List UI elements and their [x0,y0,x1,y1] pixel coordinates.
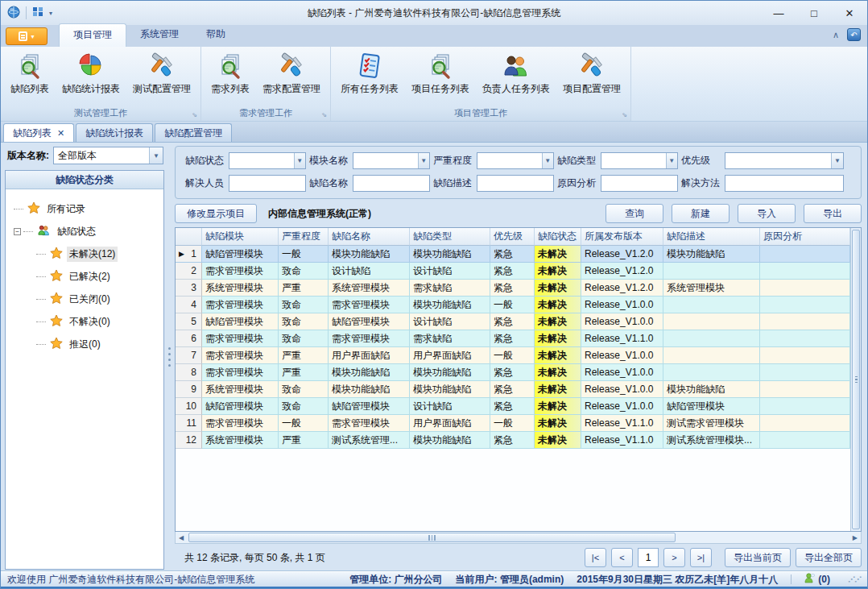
filter-combobox-严重程度[interactable]: ▼ [477,152,554,169]
ribbon-button-所有任务列表[interactable]: 所有任务列表 [334,51,405,97]
table-row[interactable]: 2需求管理模块致命设计缺陷设计缺陷紧急未解决Release_V1.2.0 [176,263,850,280]
filter-field-input[interactable] [725,153,831,168]
table-row[interactable]: 10缺陷管理模块致命缺陷管理模块设计缺陷紧急未解决Release_V1.0.0缺… [176,398,850,415]
filter-field-input[interactable] [725,176,843,191]
last-page-button[interactable]: >| [690,548,712,567]
ribbon-tab-系统管理[interactable]: 系统管理 [126,23,192,47]
filter-field-input[interactable] [601,153,666,168]
filter-field-input[interactable] [229,153,294,168]
ribbon-button-缺陷列表[interactable]: 缺陷列表 [4,51,56,97]
table-row[interactable]: 4需求管理模块致命需求管理模块模块功能缺陷一般未解决Release_V1.0.0 [176,297,850,313]
modify-display-items-button[interactable]: 修改显示项目 [175,204,257,223]
horizontal-scrollbar[interactable]: ◀ ▶ [175,532,862,544]
filter-combobox-缺陷状态[interactable]: ▼ [229,152,306,169]
filter-combobox-缺陷类型[interactable]: ▼ [601,152,678,169]
ribbon-button-缺陷统计报表[interactable]: 缺陷统计报表 [56,51,126,97]
table-row[interactable]: 1▶缺陷管理模块一般模块功能缺陷模块功能缺陷紧急未解决Release_V1.2.… [176,246,850,263]
maximize-button[interactable]: □ [796,1,832,25]
horizontal-scrollbar-thumb[interactable] [188,533,676,542]
quick-access-dropdown-icon[interactable]: ▾ [49,10,52,17]
new-button[interactable]: 新建 [672,204,730,223]
column-header-缺陷类型[interactable]: 缺陷类型 [410,228,490,246]
tree-item-未解决(12)[interactable]: 未解决(12) [14,243,163,265]
ribbon-tab-项目管理[interactable]: 项目管理 [59,23,126,47]
first-page-button[interactable]: |< [585,548,606,567]
column-header-所属发布版本[interactable]: 所属发布版本 [581,228,663,246]
filter-input-缺陷名称[interactable] [353,175,430,192]
chevron-down-icon[interactable]: ▼ [149,147,163,164]
column-header-缺陷模块[interactable]: 缺陷模块 [202,228,279,246]
page-number-input[interactable] [638,548,659,567]
tab-close-icon[interactable]: ✕ [57,128,64,139]
table-row[interactable]: 12系统管理模块严重测试系统管理...模块功能缺陷紧急未解决Release_V1… [176,432,850,449]
prev-page-button[interactable]: < [611,548,633,567]
export-all-pages-button[interactable]: 导出全部页 [796,548,862,567]
help-icon[interactable]: ↶ [847,28,861,41]
import-button[interactable]: 导入 [738,204,796,223]
table-row[interactable]: 3系统管理模块严重系统管理模块需求缺陷紧急未解决Release_V1.2.0系统… [176,280,850,297]
document-tab-缺陷统计报表[interactable]: 缺陷统计报表 [76,123,153,142]
column-header-优先级[interactable]: 优先级 [490,228,535,246]
tree-item-已关闭(0)[interactable]: 已关闭(0) [14,288,163,310]
table-row[interactable]: 5缺陷管理模块致命缺陷管理模块设计缺陷紧急未解决Release_V1.0.0 [176,313,850,330]
close-button[interactable]: ✕ [832,1,867,25]
app-menu-button[interactable]: ▾ [6,27,48,45]
ribbon-collapse-icon[interactable]: ∧ [833,30,839,40]
chevron-down-icon[interactable]: ▼ [418,153,429,168]
filter-combobox-模块名称[interactable]: ▼ [353,152,430,169]
filter-field-input[interactable] [229,176,305,191]
document-tab-缺陷配置管理[interactable]: 缺陷配置管理 [155,123,232,142]
export-button[interactable]: 导出 [804,204,862,223]
sidebar-splitter[interactable] [166,143,173,571]
ribbon-button-测试配置管理[interactable]: 测试配置管理 [126,51,197,97]
chevron-down-icon[interactable]: ▼ [831,153,843,168]
ribbon-button-需求配置管理[interactable]: 需求配置管理 [256,51,327,97]
quick-access-grid-icon[interactable] [32,6,43,19]
ribbon-button-项目任务列表[interactable]: 项目任务列表 [405,51,476,97]
column-header-缺陷状态[interactable]: 缺陷状态 [535,228,581,246]
filter-input-缺陷描述[interactable] [477,175,554,192]
filter-field-input[interactable] [353,176,429,191]
filter-input-解决人员[interactable] [229,175,306,192]
column-header-原因分析[interactable]: 原因分析 [760,228,850,246]
column-header-严重程度[interactable]: 严重程度 [279,228,329,246]
tree-item-已解决(2)[interactable]: 已解决(2) [14,265,163,288]
filter-field-input[interactable] [477,176,553,191]
tree-expander-icon[interactable]: − [14,228,21,235]
column-header-缺陷描述[interactable]: 缺陷描述 [663,228,760,246]
vertical-scrollbar[interactable] [850,228,861,531]
table-row[interactable]: 11需求管理模块一般需求管理模块用户界面缺陷一般未解决Release_V1.1.… [176,415,850,432]
next-page-button[interactable]: > [663,548,685,567]
tree-item-推迟(0)[interactable]: 推迟(0) [14,333,163,355]
scroll-left-icon[interactable]: ◀ [179,534,184,541]
chevron-down-icon[interactable]: ▼ [542,153,553,168]
filter-combobox-优先级[interactable]: ▼ [725,152,844,169]
vertical-scrollbar-thumb[interactable] [852,230,860,529]
tree-item-不解决(0)[interactable]: 不解决(0) [14,310,163,333]
export-current-page-button[interactable]: 导出当前页 [725,548,791,567]
dialog-launcher-icon[interactable]: ⇘ [321,112,327,118]
ribbon-button-项目配置管理[interactable]: 项目配置管理 [556,51,627,97]
filter-field-input[interactable] [601,176,677,191]
chevron-down-icon[interactable]: ▼ [666,153,677,168]
dialog-launcher-icon[interactable]: ⇘ [622,112,627,118]
table-row[interactable]: 6需求管理模块致命需求管理模块需求缺陷紧急未解决Release_V1.1.0 [176,330,850,347]
query-button[interactable]: 查询 [606,204,663,223]
table-row[interactable]: 7需求管理模块严重用户界面缺陷用户界面缺陷一般未解决Release_V1.0.0 [176,347,850,364]
document-tab-缺陷列表[interactable]: 缺陷列表✕ [3,123,74,142]
filter-input-原因分析[interactable] [601,175,678,192]
filter-input-解决方法[interactable] [725,175,844,192]
filter-field-input[interactable] [477,153,542,168]
table-row[interactable]: 8需求管理模块严重模块功能缺陷模块功能缺陷紧急未解决Release_V1.0.0 [176,364,850,381]
version-select[interactable]: 全部版本 ▼ [53,147,163,164]
ribbon-tab-帮助[interactable]: 帮助 [192,23,239,47]
dialog-launcher-icon[interactable]: ⇘ [192,112,197,118]
scroll-right-icon[interactable]: ▶ [853,534,858,541]
table-row[interactable]: 9系统管理模块致命模块功能缺陷模块功能缺陷紧急未解决Release_V1.0.0… [176,381,850,398]
ribbon-button-需求列表[interactable]: 需求列表 [205,51,256,97]
tree-item-所有记录[interactable]: 所有记录 [14,197,163,220]
ribbon-button-负责人任务列表[interactable]: 负责人任务列表 [476,51,556,97]
tree-item-缺陷状态[interactable]: − 缺陷状态 [14,220,163,243]
column-header-缺陷名称[interactable]: 缺陷名称 [329,228,410,246]
chevron-down-icon[interactable]: ▼ [294,153,305,168]
